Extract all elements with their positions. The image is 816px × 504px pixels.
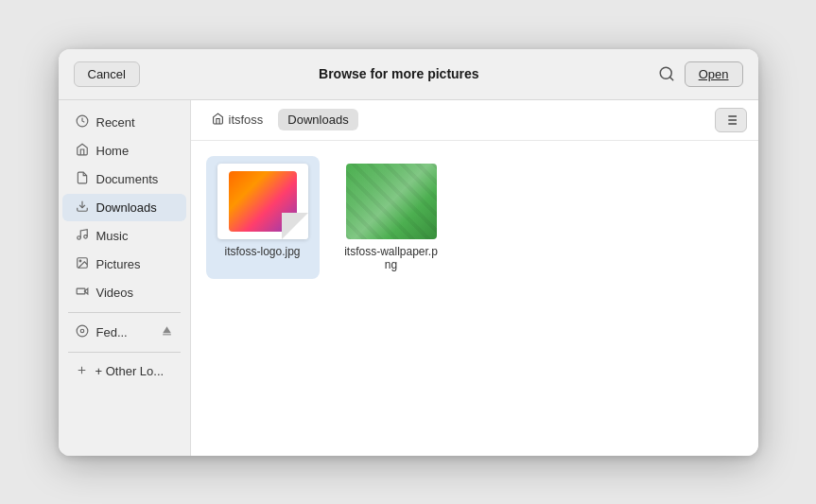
sidebar-item-fedora[interactable]: Fed... — [62, 319, 186, 346]
documents-icon — [76, 171, 89, 187]
search-button[interactable] — [658, 65, 675, 82]
file-name: itsfoss-wallpaper.png — [342, 245, 441, 271]
file-chooser-dialog: Cancel Browse for more pictures Open Rec… — [59, 49, 758, 456]
open-button[interactable]: Open — [685, 61, 743, 87]
logo-gradient — [229, 171, 297, 232]
sidebar-item-label: + Other Lo... — [95, 364, 165, 378]
svg-point-7 — [79, 260, 81, 262]
file-name: itsfoss-logo.jpg — [224, 245, 300, 258]
wallpaper-thumbnail — [346, 164, 437, 239]
toolbar: itsfoss Downloads — [191, 100, 758, 141]
sidebar-item-label: Videos — [96, 286, 134, 300]
dialog-body: Recent Home Documents Downloads — [59, 100, 758, 456]
dialog-title: Browse for more pictures — [140, 66, 658, 81]
sidebar-item-videos[interactable]: Videos — [62, 279, 186, 306]
svg-rect-13 — [163, 334, 171, 335]
breadcrumb-current[interactable]: Downloads — [278, 109, 357, 130]
videos-icon — [76, 285, 89, 301]
header-actions: Open — [658, 61, 743, 87]
home-icon — [76, 143, 89, 159]
eject-icon[interactable] — [161, 324, 173, 339]
downloads-icon — [76, 200, 89, 216]
sidebar-item-label: Recent — [96, 115, 135, 130]
sidebar-item-label: Home — [96, 144, 130, 158]
sidebar: Recent Home Documents Downloads — [59, 100, 191, 456]
sidebar-item-label: Documents — [96, 172, 159, 186]
breadcrumb-current-label: Downloads — [287, 113, 348, 127]
list-view-icon — [723, 113, 738, 128]
sidebar-item-label: Music — [96, 229, 129, 243]
sidebar-item-music[interactable]: Music — [62, 222, 186, 250]
main-content: itsfoss Downloads — [191, 100, 758, 456]
sidebar-item-label: Pictures — [96, 257, 141, 271]
svg-point-5 — [83, 235, 87, 238]
file-item-wallpaper[interactable]: itsfoss-wallpaper.png — [335, 156, 448, 279]
breadcrumb-home-label: itsfoss — [229, 113, 264, 127]
add-icon — [76, 364, 88, 379]
music-icon — [76, 228, 89, 244]
svg-point-4 — [77, 235, 80, 239]
recent-icon — [76, 114, 89, 130]
logo-thumbnail — [217, 164, 308, 239]
pictures-icon — [76, 256, 89, 272]
fedora-left: Fed... — [76, 324, 128, 340]
view-toggle-button[interactable] — [715, 108, 747, 132]
sidebar-item-label: Fed... — [96, 325, 128, 339]
sidebar-item-other-locations[interactable]: + Other Lo... — [62, 358, 186, 385]
sidebar-item-home[interactable]: Home — [62, 137, 186, 165]
files-grid: itsfoss-logo.jpg itsfoss-wallpaper.png — [191, 141, 758, 456]
svg-point-11 — [80, 329, 84, 333]
svg-point-10 — [77, 325, 88, 337]
svg-line-1 — [669, 77, 672, 79]
svg-marker-12 — [163, 326, 171, 333]
sidebar-item-downloads[interactable]: Downloads — [62, 194, 186, 221]
file-item-logo[interactable]: itsfoss-logo.jpg — [206, 156, 320, 279]
sidebar-separator — [68, 312, 181, 313]
home-breadcrumb-icon — [212, 113, 224, 128]
breadcrumb-home[interactable]: itsfoss — [202, 109, 273, 131]
sidebar-item-pictures[interactable]: Pictures — [62, 251, 186, 278]
cancel-button[interactable]: Cancel — [74, 61, 140, 87]
drive-icon — [76, 324, 89, 340]
sidebar-item-label: Downloads — [96, 200, 157, 215]
dialog-header: Cancel Browse for more pictures Open — [59, 49, 758, 100]
sidebar-item-documents[interactable]: Documents — [62, 165, 186, 193]
search-icon — [658, 65, 675, 82]
sidebar-separator-2 — [68, 352, 181, 353]
sidebar-item-recent[interactable]: Recent — [62, 109, 186, 136]
